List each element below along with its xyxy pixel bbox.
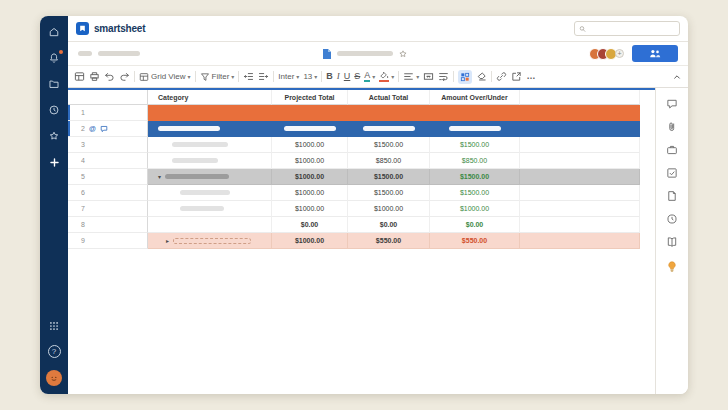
align-button[interactable]: ▾: [403, 71, 419, 82]
actual-cell[interactable]: $1500.00: [348, 137, 430, 153]
actual-cell[interactable]: $550.00: [348, 233, 430, 249]
actual-cell[interactable]: [348, 105, 430, 121]
sheet-actions-icon[interactable]: [74, 71, 85, 82]
conditional-formatting-button[interactable]: [458, 70, 472, 84]
column-header-empty[interactable]: [520, 90, 640, 105]
link-icon[interactable]: [496, 71, 507, 82]
row-number-cell[interactable]: 3: [68, 137, 148, 153]
font-size-select[interactable]: 13 ▾: [303, 72, 317, 81]
font-family-select[interactable]: Inter ▾: [278, 72, 299, 81]
notifications-bell-icon[interactable]: [47, 51, 61, 65]
actual-cell[interactable]: $850.00: [348, 153, 430, 169]
category-cell[interactable]: ▸: [148, 233, 272, 249]
actual-cell[interactable]: [348, 121, 430, 137]
row-number-cell[interactable]: 6: [68, 185, 148, 201]
category-cell[interactable]: [148, 137, 272, 153]
empty-cell[interactable]: [520, 153, 640, 169]
more-tools-button[interactable]: …: [526, 72, 536, 81]
fill-color-button[interactable]: ▾: [379, 71, 394, 82]
actual-cell[interactable]: $0.00: [348, 217, 430, 233]
attachments-paperclip-icon[interactable]: [666, 120, 679, 133]
category-cell[interactable]: [148, 105, 272, 121]
row-number-cell[interactable]: 2 @: [68, 121, 148, 137]
diff-cell[interactable]: $850.00: [430, 153, 520, 169]
collapse-toolbar-button[interactable]: [672, 72, 682, 82]
diff-cell[interactable]: $550.00: [430, 233, 520, 249]
category-cell[interactable]: [148, 217, 272, 233]
row-number-cell[interactable]: 8: [68, 217, 148, 233]
row-number-cell[interactable]: 5: [68, 169, 148, 185]
actual-cell[interactable]: $1500.00: [348, 185, 430, 201]
wrap-text-icon[interactable]: [438, 71, 449, 82]
projected-cell[interactable]: $1000.00: [272, 153, 348, 169]
category-cell[interactable]: [148, 201, 272, 217]
actual-cell[interactable]: $1500.00: [348, 169, 430, 185]
share-button[interactable]: [632, 45, 678, 62]
projected-cell[interactable]: $1000.00: [272, 169, 348, 185]
smartsheet-logo-icon[interactable]: [76, 22, 89, 35]
publish-document-icon[interactable]: [666, 189, 679, 202]
projected-cell[interactable]: $1000.00: [272, 233, 348, 249]
projected-cell[interactable]: $1000.00: [272, 137, 348, 153]
diff-cell[interactable]: $0.00: [430, 217, 520, 233]
strikethrough-button[interactable]: S: [354, 72, 360, 81]
column-header[interactable]: Category: [148, 90, 272, 105]
merge-cells-icon[interactable]: [423, 71, 434, 82]
empty-cell[interactable]: [520, 217, 640, 233]
column-header[interactable]: Actual Total: [348, 90, 430, 105]
projected-cell[interactable]: $1000.00: [272, 185, 348, 201]
projected-cell[interactable]: [272, 121, 348, 137]
outdent-icon[interactable]: [243, 71, 254, 82]
empty-cell[interactable]: [520, 169, 640, 185]
proofs-briefcase-icon[interactable]: [666, 143, 679, 156]
empty-cell[interactable]: [520, 137, 640, 153]
empty-cell[interactable]: [520, 185, 640, 201]
favorites-star-icon[interactable]: [47, 129, 61, 143]
empty-cell[interactable]: [520, 105, 640, 121]
conversations-icon[interactable]: [666, 97, 679, 110]
category-cell[interactable]: [148, 153, 272, 169]
help-icon[interactable]: ?: [48, 345, 61, 358]
projected-cell[interactable]: $0.00: [272, 217, 348, 233]
collapse-row-icon[interactable]: ▾: [158, 174, 161, 180]
row-number-cell[interactable]: 1: [68, 105, 148, 121]
italic-button[interactable]: I: [337, 72, 340, 81]
text-color-button[interactable]: A ▾: [364, 71, 375, 82]
projected-cell[interactable]: [272, 105, 348, 121]
view-switcher[interactable]: Grid View ▾: [139, 72, 191, 82]
insights-lightbulb-icon[interactable]: [666, 260, 679, 273]
diff-cell[interactable]: [430, 121, 520, 137]
empty-cell[interactable]: [520, 233, 640, 249]
actual-cell[interactable]: $1000.00: [348, 201, 430, 217]
diff-cell[interactable]: $1500.00: [430, 169, 520, 185]
activity-log-clock-icon[interactable]: [666, 212, 679, 225]
redo-icon[interactable]: [119, 71, 130, 82]
diff-cell[interactable]: $1500.00: [430, 137, 520, 153]
empty-cell[interactable]: [520, 201, 640, 217]
undo-icon[interactable]: [104, 71, 115, 82]
projected-cell[interactable]: $1000.00: [272, 201, 348, 217]
print-icon[interactable]: [89, 71, 100, 82]
add-collaborator-button[interactable]: +: [615, 49, 624, 58]
recents-clock-icon[interactable]: [47, 103, 61, 117]
browse-folder-icon[interactable]: [47, 77, 61, 91]
underline-button[interactable]: U: [344, 72, 351, 81]
column-header[interactable]: Projected Total: [272, 90, 348, 105]
mention-icon[interactable]: @: [89, 125, 96, 132]
filter-control[interactable]: Filter ▾: [200, 72, 235, 82]
empty-cell[interactable]: [520, 121, 640, 137]
search-input[interactable]: [589, 23, 675, 34]
row-number-cell[interactable]: 9: [68, 233, 148, 249]
column-header[interactable]: Amount Over/Under: [430, 90, 520, 105]
category-cell[interactable]: [148, 185, 272, 201]
row-number-cell[interactable]: 7: [68, 201, 148, 217]
clear-format-eraser-icon[interactable]: [476, 71, 487, 82]
category-cell[interactable]: ▾: [148, 169, 272, 185]
category-cell[interactable]: [148, 121, 272, 137]
summary-book-icon[interactable]: [666, 235, 679, 248]
corner-cell[interactable]: [68, 90, 148, 105]
indent-icon[interactable]: [258, 71, 269, 82]
comment-indicator-icon[interactable]: [100, 125, 108, 133]
diff-cell[interactable]: $1500.00: [430, 185, 520, 201]
update-requests-icon[interactable]: [666, 166, 679, 179]
